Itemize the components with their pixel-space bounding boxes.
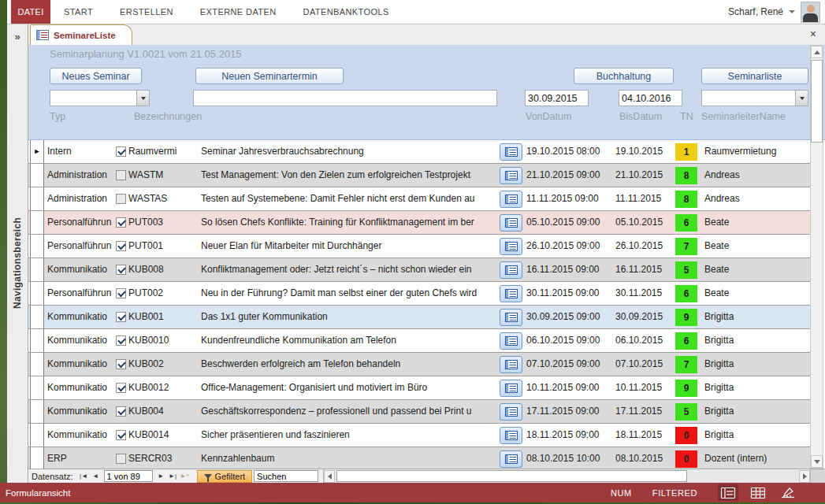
row-checkbox[interactable] [116,430,126,440]
open-detail-button[interactable] [500,214,522,232]
typ-cell[interactable]: Kommunikatio [47,329,114,352]
code-cell[interactable]: PUT001 [128,235,195,258]
ribbon-tab-erstellen[interactable]: ERSTELLEN [106,7,187,17]
open-detail-button[interactable] [500,427,522,444]
record-selector-cell[interactable]: ► [30,282,44,305]
typ-cell[interactable]: ERP [47,447,114,469]
open-detail-button[interactable] [500,356,522,373]
vondatum-cell[interactable]: 17.11.2015 09:00 [526,400,611,423]
code-cell[interactable]: KUB004 [128,400,195,423]
horizontal-scrollbar[interactable] [323,469,810,483]
bisdatum-cell[interactable]: 10.11.2015 [615,376,674,399]
seminarliste-button[interactable]: Seminarliste [701,68,808,84]
code-cell[interactable]: SERCR03 [128,447,195,469]
row-checkbox[interactable] [116,217,126,228]
open-detail-button[interactable] [500,380,522,397]
open-detail-button[interactable] [500,309,522,326]
vondatum-cell[interactable]: 16.11.2015 09:00 [526,258,611,281]
table-row[interactable]: ► ERP SERCR03 Kennzahlenbaum 08.10.2015 … [28,447,810,469]
bezeichnung-cell[interactable]: Seminar Jahresverbrauchsabrechnung [201,140,498,163]
bisdatum-cell[interactable]: 21.10.2015 [615,164,674,187]
code-cell[interactable]: PUT003 [128,211,195,234]
user-avatar[interactable] [801,2,820,23]
code-cell[interactable]: KUB0012 [128,376,195,399]
ribbon-tab-datenbanktools[interactable]: DATENBANKTOOLS [290,7,403,17]
seminarleiter-cell[interactable]: Brigitta [704,329,807,352]
code-cell[interactable]: WASTAS [128,187,195,210]
record-selector-cell[interactable]: ► [30,424,44,447]
vondatum-cell[interactable]: 26.10.2015 09:00 [526,235,611,258]
bisdatum-cell[interactable]: 30.09.2015 [615,306,674,328]
ribbon-tab-externe-daten[interactable]: EXTERNE DATEN [187,7,290,17]
code-cell[interactable]: Raumvermi [128,140,195,163]
open-detail-button[interactable] [500,450,522,468]
bisdatum-cell[interactable]: 05.10.2015 [615,211,674,234]
seminarleiter-cell[interactable]: Andreas [704,164,807,187]
close-icon[interactable]: × [810,28,816,39]
seminarleiter-cell[interactable]: Beate [704,235,807,258]
table-row[interactable]: ► Kommunikatio KUB001 Das 1x1 guter Komm… [28,306,810,329]
ribbon-tab-datei[interactable]: DATEI [11,0,50,24]
record-selector-cell[interactable]: ► [30,353,44,376]
bisdatum-cell[interactable]: 08.10.2015 [615,447,674,469]
typ-cell[interactable]: Kommunikatio [47,353,114,376]
vondatum-cell[interactable]: 07.10.2015 09:00 [526,353,611,376]
vondatum-cell[interactable]: 06.10.2015 09:00 [526,329,611,352]
typ-cell[interactable]: Kommunikatio [47,306,114,328]
vondatum-cell[interactable]: 21.10.2015 09:00 [526,164,611,187]
new-record-button[interactable]: ►* [179,470,191,482]
seminarleiter-dropdown-icon[interactable] [795,91,808,106]
typ-dropdown-icon[interactable] [136,91,149,106]
typ-cell[interactable]: Kommunikatio [47,400,114,423]
bezeichnungen-filter-input[interactable] [193,90,497,106]
open-detail-button[interactable] [500,332,522,350]
record-selector-cell[interactable]: ► [30,187,44,210]
buchhaltung-button[interactable]: Buchhaltung [574,68,674,84]
scroll-up-icon[interactable] [811,46,823,58]
row-checkbox[interactable] [116,312,126,322]
seminarleiter-cell[interactable]: Beate [704,258,807,281]
vondatum-cell[interactable]: 19.10.2015 08:00 [526,140,611,163]
row-checkbox[interactable] [116,335,126,346]
bezeichnung-cell[interactable]: Neuer Elan für Mitarbeiter mit Durchhäng… [201,235,498,258]
vondatum-cell[interactable]: 18.11.2015 09:00 [526,424,611,447]
bezeichnung-cell[interactable]: Kennzahlenbaum [201,447,498,469]
record-selector-cell[interactable]: ► [30,235,44,258]
code-cell[interactable]: KUB0010 [128,329,195,352]
previous-record-button[interactable]: ◄ [90,470,102,482]
typ-cell[interactable]: Administration [47,187,114,210]
row-checkbox[interactable] [116,170,126,180]
record-selector-cell[interactable]: ► [30,447,44,469]
seminarleiter-cell[interactable]: Brigitta [704,353,807,376]
ribbon-tab-start[interactable]: START [50,7,106,17]
typ-cell[interactable]: Personalführun [47,282,114,305]
open-detail-button[interactable] [500,167,522,184]
table-row[interactable]: ► Kommunikatio KUB002 Beschwerden erfolg… [28,353,810,376]
bezeichnung-cell[interactable]: Konfliktmanagement oder: Jetzt reicht´s … [201,258,498,281]
scroll-right-icon[interactable] [799,470,810,483]
gefiltert-toggle[interactable]: Gefiltert [197,470,253,483]
seminarleiter-cell[interactable]: Beate [704,282,807,305]
open-detail-button[interactable] [500,403,522,421]
nav-pane-expand-icon[interactable]: » [14,31,20,43]
table-row[interactable]: ► Intern Raumvermi Seminar Jahresverbrau… [28,140,810,164]
account-menu[interactable]: Scharf, René [728,0,825,24]
nav-pane-title[interactable]: Navigationsbereich [12,43,23,483]
bisdatum-cell[interactable]: 19.10.2015 [615,140,674,163]
next-record-button[interactable]: ► [155,470,167,482]
bezeichnung-cell[interactable]: Neu in der Führung? Damit man selbst ein… [201,282,498,305]
hscroll-thumb[interactable] [336,470,687,482]
table-row[interactable]: ► Kommunikatio KUB0014 Sicher präsentier… [28,424,810,447]
typ-cell[interactable]: Intern [47,140,114,163]
seminarleiter-cell[interactable]: Raumvermietung [704,140,807,163]
vscroll-thumb[interactable] [811,60,823,143]
bisdatum-cell[interactable]: 26.10.2015 [615,235,674,258]
bezeichnung-cell[interactable]: Testen auf Systemebene: Damit Fehler nic… [201,187,498,210]
bezeichnung-cell[interactable]: Geschäftskorrespondenz – professionell u… [201,400,498,423]
bisdatum-cell[interactable]: 30.11.2015 [615,282,674,305]
filtered-indicator[interactable]: FILTERED [652,488,697,498]
bezeichnung-cell[interactable]: Test Management: Von den Zielen zum erfo… [201,164,498,187]
bisdatum-cell[interactable]: 16.11.2015 [615,258,674,281]
vondatum-cell[interactable]: 30.11.2015 09:00 [526,282,611,305]
neuer-seminartermin-button[interactable]: Neuen Seminartermin [195,68,344,84]
